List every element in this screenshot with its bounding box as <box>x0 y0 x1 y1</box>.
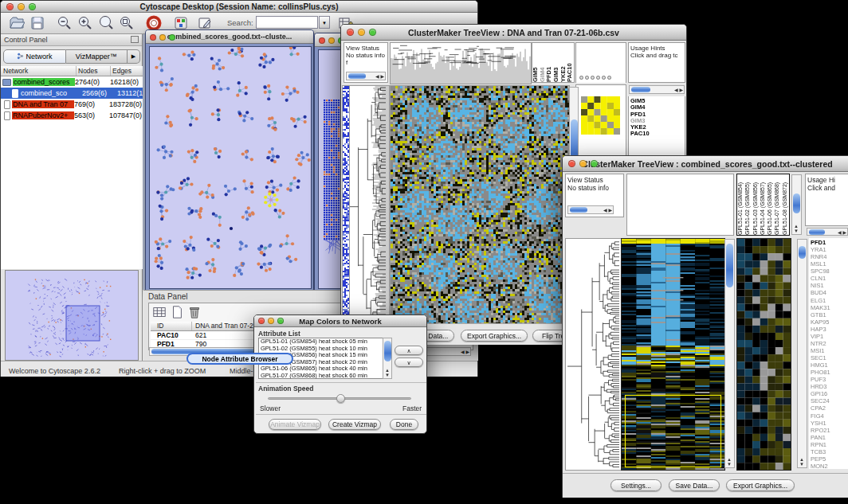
gene-label[interactable]: KAP95 <box>811 318 830 326</box>
column-label[interactable]: PAC10 <box>567 43 574 82</box>
search-dropdown-arrow[interactable]: ▼ <box>319 16 330 29</box>
zoom-button[interactable] <box>369 29 376 36</box>
gene-label[interactable]: PAN1 <box>811 434 830 441</box>
scrollbar-arrows[interactable]: ◀ ▶ <box>375 74 384 79</box>
gene-label[interactable]: GIM4 <box>630 104 650 111</box>
scrollbar-thumb[interactable] <box>631 87 650 92</box>
new-attribute-icon[interactable] <box>170 305 184 319</box>
scrollbar[interactable]: ◀ ▶ <box>346 72 386 80</box>
gene-label[interactable]: PHO81 <box>811 369 830 376</box>
minimize-button[interactable] <box>18 3 25 10</box>
scrollbar-arrows[interactable]: ◀ ▶ <box>674 88 683 92</box>
col-id[interactable]: ID <box>151 322 192 330</box>
close-button[interactable] <box>6 3 14 10</box>
gene-label[interactable]: PAC10 <box>630 131 650 137</box>
zoom-button[interactable] <box>29 3 36 10</box>
heatmap-canvas[interactable] <box>390 85 570 324</box>
scrollbar-arrows[interactable]: ▲ ▼ <box>727 457 732 467</box>
gene-label[interactable]: CPA2 <box>811 404 830 412</box>
gene-label[interactable]: NIS1 <box>811 282 830 289</box>
gene-label[interactable]: ELG1 <box>811 297 830 304</box>
gene-label[interactable]: PEP5 <box>811 455 830 463</box>
zoom-heatmap-canvas[interactable] <box>736 238 791 471</box>
cytoscape-titlebar[interactable]: Cytoscape Desktop (Session Name: collins… <box>1 1 477 13</box>
export-graphics-button[interactable]: Export Graphics... <box>726 479 795 491</box>
mini-toolbar-icon[interactable] <box>579 76 583 80</box>
open-file-icon[interactable] <box>9 15 25 31</box>
zoom-fit-icon[interactable] <box>119 15 135 31</box>
col-network[interactable]: Network <box>1 66 77 76</box>
help-lifesaver-icon[interactable] <box>146 15 162 31</box>
zoom-button[interactable] <box>591 160 598 167</box>
gene-label[interactable]: NTR2 <box>811 340 830 347</box>
minimize-button[interactable] <box>579 160 587 167</box>
animate-vizmap-button[interactable]: Animate Vizmap <box>269 419 321 430</box>
gene-label[interactable]: FIG4 <box>811 412 830 420</box>
close-button[interactable] <box>568 160 575 167</box>
save-icon[interactable] <box>29 15 45 31</box>
export-graphics-button[interactable]: Export Graphics... <box>461 330 528 342</box>
scrollbar[interactable]: ◀ ▶ <box>567 205 614 214</box>
mini-toolbar-icon[interactable] <box>607 76 611 80</box>
scrollbar-arrows[interactable]: ◀ ▶ <box>838 230 846 235</box>
scrollbar[interactable]: ◀ ▶ <box>807 228 848 236</box>
row-dendrogram[interactable] <box>565 238 622 471</box>
mini-heatmap[interactable] <box>581 96 620 135</box>
scrollbar-arrows[interactable]: ▲ ▼ <box>385 368 390 377</box>
scrollbar[interactable]: ▲ ▼ <box>724 239 735 468</box>
gene-label[interactable]: PUF3 <box>811 376 830 383</box>
gene-label[interactable]: HMG1 <box>811 361 830 369</box>
animation-speed-slider[interactable] <box>268 397 411 400</box>
gene-label[interactable]: RNR4 <box>811 253 830 260</box>
gene-label[interactable]: GTB1 <box>811 311 830 318</box>
column-label[interactable]: GPL51-07 (GSM868) <box>774 174 781 235</box>
column-label[interactable]: PFD1 <box>546 43 553 82</box>
gene-label[interactable]: RPO21 <box>811 427 830 434</box>
scrollbar-arrows[interactable]: ▲ ▼ <box>794 224 799 233</box>
attribute-list-item[interactable]: GPL51-07 (GSM868) heat shock 60 min <box>259 373 391 379</box>
scrollbar-thumb[interactable] <box>799 246 806 259</box>
gene-label[interactable]: SEC1 <box>811 354 830 361</box>
node-attribute-browser-tab[interactable]: Node Attribute Browser <box>186 353 293 365</box>
gene-label[interactable]: GPI16 <box>811 390 830 397</box>
column-label[interactable]: GIM5 <box>532 43 540 82</box>
search-input[interactable] <box>256 16 318 29</box>
map-colors-titlebar[interactable]: Map Colors to Network <box>254 315 426 327</box>
gene-label[interactable]: RPN1 <box>811 441 830 448</box>
mini-toolbar[interactable] <box>579 74 613 81</box>
select-attributes-icon[interactable] <box>152 305 167 319</box>
scrollbar[interactable]: ▲ ▼ <box>791 174 802 235</box>
scrollbar-thumb[interactable] <box>726 244 733 287</box>
tab-overflow-arrow[interactable]: ▶ <box>128 49 140 64</box>
heatmap-canvas[interactable] <box>621 238 725 471</box>
gene-label[interactable]: MAK31 <box>811 304 830 311</box>
gene-label[interactable]: GIM3 <box>630 118 650 124</box>
gene-label[interactable]: HRD3 <box>811 383 830 390</box>
scrollbar-thumb[interactable] <box>570 207 587 213</box>
row-dendrogram[interactable] <box>349 85 390 324</box>
network-tree-row[interactable]: combined_sco2569(6)13112(15) <box>1 88 143 99</box>
gene-label[interactable]: CLN1 <box>811 275 830 282</box>
zoom-button[interactable] <box>169 34 175 41</box>
network-view-titlebar[interactable]: combined_scores_good.txt--cluste... <box>146 30 313 44</box>
gene-label[interactable]: VIP1 <box>811 333 830 340</box>
minimize-button[interactable] <box>328 37 335 44</box>
column-label[interactable]: GPL51-03 (GSM856) <box>752 174 760 235</box>
zoom-selected-icon[interactable] <box>98 15 114 31</box>
column-label[interactable]: GPL51-04 (GSM857) <box>760 174 767 235</box>
zoom-out-icon[interactable] <box>57 15 73 31</box>
close-button[interactable] <box>319 37 325 44</box>
save-data-button[interactable]: Save Data... <box>669 479 720 491</box>
column-label[interactable]: GPL51-02 (GSM855) <box>744 174 752 235</box>
gene-label[interactable]: YSH1 <box>811 420 830 427</box>
minimize-button[interactable] <box>159 34 166 41</box>
treeview-scores-titlebar[interactable]: ClusterMaker TreeView : combined_scores_… <box>563 156 848 172</box>
minimize-button[interactable] <box>358 29 365 36</box>
annotation-icon[interactable] <box>197 15 213 31</box>
close-button[interactable] <box>258 318 265 324</box>
column-dendrogram[interactable] <box>390 42 532 84</box>
gene-label[interactable]: SEC24 <box>811 397 830 404</box>
network-tree-row[interactable]: combined_scores2764(0)16218(0) <box>1 76 143 88</box>
scrollbar-arrows[interactable]: ◀ ▶ <box>603 208 612 213</box>
minimize-button[interactable] <box>268 318 274 324</box>
